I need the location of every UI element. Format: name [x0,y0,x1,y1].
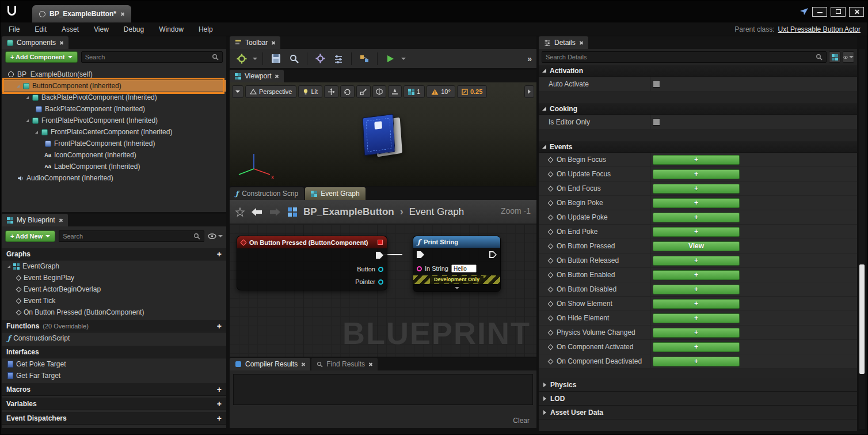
tab-event-graph[interactable]: Event Graph [305,187,365,200]
debug-badge[interactable] [378,240,383,245]
component-row-frontplate-pivot[interactable]: FrontPlatePivotComponent (Inherited) [2,115,226,126]
rotate-tool-button[interactable] [340,85,355,98]
rotation-snap-button[interactable]: 10° [427,85,455,98]
section-functions[interactable]: Functions (20 Overridable) + [2,320,226,332]
tab-details[interactable]: Details [539,36,588,49]
close-icon[interactable] [59,218,63,222]
add-event-button[interactable]: + [653,270,740,280]
string-input-pin[interactable] [417,266,422,271]
play-button[interactable] [383,51,398,66]
graph-item-beginplay[interactable]: Event BeginPlay [2,272,226,283]
section-cooking[interactable]: Cooking [539,103,857,115]
graph-item-eventgraph[interactable]: EventGraph [2,260,226,272]
my-blueprint-search-input[interactable] [63,233,191,240]
details-search-input[interactable] [546,54,813,60]
compile-button[interactable] [234,51,249,66]
feedback-icon[interactable] [800,7,809,16]
class-settings-button[interactable] [313,51,328,66]
add-graph-button[interactable]: + [217,249,222,259]
tab-viewport[interactable]: Viewport [230,70,284,82]
scale-snap-button[interactable]: 0.25 [457,85,487,98]
section-lod[interactable]: LOD [539,392,857,406]
favorite-star-icon[interactable] [235,207,245,217]
event-node-on-button-pressed[interactable]: On Button Pressed (ButtonComponent) Butt… [237,236,387,290]
pointer-output-pin[interactable] [378,279,383,285]
is-editor-only-checkbox[interactable] [653,118,660,126]
nav-forward-button[interactable] [269,207,281,217]
component-row-label[interactable]: Aa LabelComponent (Inherited) [2,161,226,172]
exec-in-pin[interactable] [417,251,424,258]
section-variables[interactable]: Variables + [2,398,226,410]
graph-item-tick[interactable]: Event Tick [2,295,226,307]
lit-button[interactable]: Lit [298,85,322,98]
component-row-frontplate[interactable]: FrontPlateComponent (Inherited) [2,138,226,149]
breadcrumb-current[interactable]: Event Graph [409,206,464,218]
tab-components[interactable]: Components [2,36,68,49]
breadcrumb-root[interactable]: BP_ExampleButton [303,206,394,218]
interface-item-get-far-target[interactable]: Get Far Target [2,370,226,381]
tab-toolbar[interactable]: Toolbar [230,36,280,49]
perspective-button[interactable]: Perspective [245,85,296,98]
add-variable-button[interactable]: + [217,399,222,408]
graph-item-onbuttonpressed[interactable]: On Button Pressed (ButtonComponent) [2,307,226,318]
menu-window[interactable]: Window [159,25,184,33]
add-new-button[interactable]: + Add New [5,230,55,242]
in-string-value-input[interactable] [451,264,477,273]
section-graphs[interactable]: Graphs + [2,248,226,260]
menu-view[interactable]: View [94,25,109,33]
tab-my-blueprint[interactable]: My Blueprint [2,214,68,226]
simulation-button[interactable] [357,51,372,66]
component-row-self[interactable]: BP_ExampleButton(self) [2,69,226,80]
add-function-button[interactable]: + [217,321,222,331]
interface-item-get-poke-target[interactable]: Get Poke Target [2,358,226,370]
expander-icon[interactable] [26,96,29,99]
component-row-frontplate-center[interactable]: FrontPlateCenterComponent (Inherited) [2,126,226,138]
component-row-backplate-pivot[interactable]: BackPlatePivotComponent (Inherited) [2,92,226,103]
section-asset-user-data[interactable]: Asset User Data [539,406,857,419]
add-event-button[interactable]: + [653,184,740,194]
visibility-filter-button[interactable] [208,229,223,244]
details-search[interactable] [542,51,827,63]
menu-debug[interactable]: Debug [124,25,144,33]
add-event-button[interactable]: + [653,256,740,266]
components-search-input[interactable] [85,54,210,60]
close-icon[interactable] [271,41,275,45]
compiler-results-list[interactable] [233,374,533,405]
compile-options-dropdown[interactable] [253,58,257,60]
viewport-3d-view[interactable]: x Perspective Lit [230,82,536,186]
tab-find-results[interactable]: Find Results [311,358,378,370]
world-local-toggle-button[interactable] [372,85,386,98]
add-event-button[interactable]: + [653,227,740,237]
exec-out-pin[interactable] [376,252,383,259]
component-row-button[interactable]: ButtonComponent (Inherited) [2,80,226,92]
section-interfaces[interactable]: Interfaces [2,346,226,358]
add-event-button[interactable]: + [653,328,740,338]
add-macro-button[interactable]: + [217,385,222,394]
clear-results-button[interactable]: Clear [513,417,530,425]
close-asset-tab-icon[interactable] [120,12,124,16]
close-icon[interactable] [301,362,305,366]
button-output-pin[interactable] [378,267,383,272]
print-string-node[interactable]: ƒ Print String In String Development Onl… [413,236,501,292]
grid-snap-button[interactable]: 1 [403,85,425,98]
find-in-blueprint-button[interactable] [287,51,302,66]
close-icon[interactable] [368,362,372,366]
auto-activate-checkbox[interactable] [653,80,660,88]
function-item-constructionscript[interactable]: ƒ ConstructionScript [2,332,226,344]
section-physics[interactable]: Physics [539,378,857,392]
add-event-button[interactable]: + [653,169,740,179]
section-events[interactable]: Events [539,141,857,153]
tab-construction-script[interactable]: ƒ Construction Scrip [230,187,304,200]
surface-snap-button[interactable] [388,85,402,98]
play-options-dropdown[interactable] [401,58,406,60]
asset-tab[interactable]: BP_ExampleButton* [32,5,131,22]
close-icon[interactable] [275,74,279,78]
viewport-toolbar-more-button[interactable] [524,85,534,98]
section-activation[interactable]: Activation [539,65,857,77]
add-event-button[interactable]: + [653,155,740,165]
menu-file[interactable]: File [9,25,20,33]
menu-edit[interactable]: Edit [35,25,47,33]
parent-class-link[interactable]: Uxt Pressable Button Actor [778,25,861,33]
close-icon[interactable] [59,41,63,45]
nav-back-button[interactable] [250,207,263,217]
